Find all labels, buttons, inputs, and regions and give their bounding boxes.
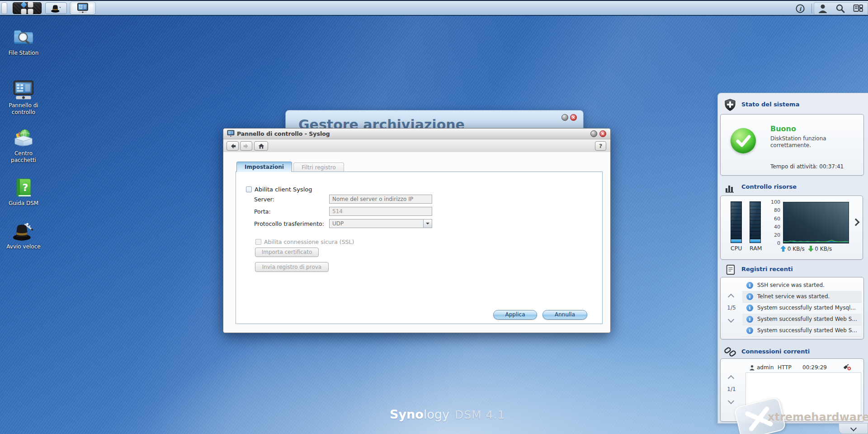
package-center-icon bbox=[13, 128, 34, 148]
help-button[interactable]: ? bbox=[595, 141, 606, 151]
pilot-view-icon[interactable] bbox=[853, 3, 863, 14]
expand-chart-button[interactable] bbox=[853, 219, 859, 226]
import-certificate-button[interactable]: Importa certificato bbox=[255, 248, 319, 257]
magic-hat-icon bbox=[51, 4, 61, 13]
connections-pager: 1/1 bbox=[721, 359, 742, 421]
cpu-label: CPU bbox=[731, 245, 742, 252]
dsm-branding: SynologyDSM 4.1 bbox=[390, 407, 505, 421]
control-panel-icon bbox=[77, 3, 89, 14]
widget-title: Registri recenti bbox=[741, 266, 793, 272]
close-icon[interactable]: × bbox=[599, 130, 606, 137]
dialog-toolbar: ? bbox=[223, 139, 610, 153]
upload-arrow-icon bbox=[781, 246, 786, 252]
help-label: ? bbox=[599, 143, 603, 149]
tab-filtri-registro[interactable]: Filtri registro bbox=[293, 162, 344, 172]
page-down-icon[interactable] bbox=[728, 398, 734, 404]
uptime-text: Tempo di attività: 00:37:41 bbox=[770, 163, 844, 170]
desktop-icon-quick-start[interactable]: Avvio veloce bbox=[3, 221, 44, 250]
logo-text-bold: Syno bbox=[390, 407, 424, 421]
resource-monitor-card: CPU RAM 100 80 60 40 20 0 0 KB/s 0 KB/s bbox=[720, 196, 863, 260]
log-text: System successfully started Mysql... bbox=[757, 302, 856, 314]
control-panel-icon bbox=[227, 130, 235, 137]
desktop-icon-package-center[interactable]: Centro pacchetti bbox=[3, 128, 44, 164]
dialog-title: Pannello di controllo - Syslog bbox=[237, 130, 330, 137]
ram-label: RAM bbox=[750, 245, 761, 252]
info-icon: i bbox=[746, 316, 753, 323]
y-tick: 60 bbox=[764, 216, 780, 222]
enable-syslog-label: Abilita client Syslog bbox=[255, 186, 312, 193]
info-icon[interactable]: i bbox=[795, 3, 806, 14]
control-panel-task-button[interactable] bbox=[71, 2, 95, 14]
widget-panel-collapse-button[interactable] bbox=[839, 424, 868, 434]
page-down-icon[interactable] bbox=[728, 316, 734, 323]
recent-logs-header: Registri recenti bbox=[718, 262, 868, 277]
cancel-button[interactable]: Annulla bbox=[542, 310, 587, 320]
download-rate: 0 KB/s bbox=[815, 246, 832, 252]
enable-syslog-checkbox[interactable] bbox=[246, 186, 252, 192]
widget-panel: Stato del sistema Buono DiskStation funz… bbox=[717, 93, 868, 424]
send-test-log-button[interactable]: Invia registro di prova bbox=[255, 262, 329, 272]
protocol-value: UDP bbox=[332, 220, 344, 227]
minimize-button[interactable] bbox=[590, 130, 597, 137]
connections-list-area bbox=[745, 372, 861, 420]
button-label: Invia registro di prova bbox=[262, 264, 321, 270]
cpu-gauge bbox=[731, 201, 742, 243]
back-button[interactable] bbox=[226, 141, 239, 151]
page-up-icon[interactable] bbox=[728, 375, 734, 382]
page-up-icon[interactable] bbox=[728, 294, 734, 300]
upload-rate: 0 KB/s bbox=[788, 246, 805, 252]
port-input[interactable] bbox=[329, 207, 432, 216]
server-input[interactable] bbox=[329, 195, 432, 204]
ssl-checkbox[interactable] bbox=[255, 239, 261, 245]
home-button[interactable] bbox=[254, 141, 268, 151]
desktop-icon-dsm-help[interactable]: ? Guida DSM bbox=[3, 177, 44, 207]
download-arrow-icon bbox=[808, 246, 813, 252]
chain-link-icon bbox=[724, 346, 737, 358]
tab-label: Filtri registro bbox=[302, 164, 335, 171]
disconnect-icon[interactable] bbox=[844, 364, 851, 371]
apply-button[interactable]: Applica bbox=[493, 310, 537, 320]
button-label: Annulla bbox=[555, 311, 575, 318]
control-panel-icon bbox=[13, 80, 34, 100]
server-label: Server: bbox=[254, 196, 274, 203]
desktop-icon-label: File Station bbox=[3, 50, 44, 57]
desktop-icon-control-panel[interactable]: Pannello di controllo bbox=[3, 80, 44, 116]
close-icon[interactable]: × bbox=[570, 114, 577, 121]
main-menu-button[interactable] bbox=[13, 2, 42, 14]
ram-gauge bbox=[750, 201, 761, 243]
desktop-icon-label: Centro pacchetti bbox=[3, 150, 44, 164]
system-status-header: Stato del sistema bbox=[718, 98, 868, 112]
svg-text:?: ? bbox=[23, 182, 28, 193]
protocol-select[interactable]: UDP bbox=[329, 219, 432, 228]
forward-button[interactable] bbox=[240, 141, 252, 151]
desktop-icon-label: Pannello di controllo bbox=[3, 102, 44, 116]
quick-launch-button[interactable] bbox=[45, 2, 67, 14]
ssl-label: Abilita connessione sicura (SSL) bbox=[264, 238, 354, 245]
connection-time: 00:29:29 bbox=[802, 364, 827, 371]
page-indicator: 1/5 bbox=[721, 305, 742, 311]
main-menu-icon bbox=[21, 2, 34, 15]
shield-icon bbox=[724, 99, 736, 111]
tab-impostazioni[interactable]: Impostazioni bbox=[236, 162, 292, 172]
chevron-down-icon bbox=[850, 425, 856, 431]
logs-pager: 1/5 bbox=[721, 277, 742, 339]
info-icon: i bbox=[746, 305, 753, 311]
minimize-button[interactable] bbox=[561, 114, 568, 121]
dialog-titlebar[interactable]: Pannello di controllo - Syslog × bbox=[223, 129, 610, 139]
y-tick: 40 bbox=[764, 224, 780, 230]
user-icon[interactable] bbox=[817, 3, 828, 14]
cpu-gauge-fill bbox=[731, 239, 741, 243]
log-row: i Telnet service was started. bbox=[742, 291, 862, 303]
magic-hat-icon bbox=[13, 221, 34, 242]
taskbar: i bbox=[0, 0, 868, 16]
status-description: DiskStation funziona correttamente. bbox=[770, 135, 845, 149]
search-icon[interactable] bbox=[835, 3, 846, 14]
button-label: Applica bbox=[505, 311, 525, 318]
log-text: Telnet service was started. bbox=[757, 291, 830, 302]
desktop-icon-file-station[interactable]: File Station bbox=[3, 27, 44, 57]
protocol-label: Protocollo trasferimento: bbox=[254, 220, 324, 227]
svg-text:i: i bbox=[799, 6, 802, 12]
show-desktop-button[interactable] bbox=[1, 2, 7, 14]
desktop: i File Station Pannell bbox=[0, 0, 868, 434]
bar-chart-icon bbox=[725, 183, 736, 193]
